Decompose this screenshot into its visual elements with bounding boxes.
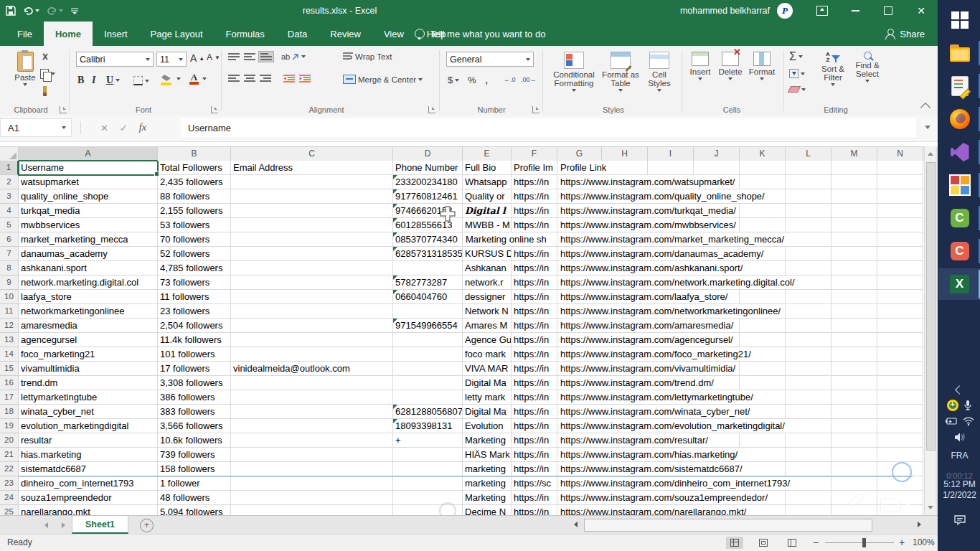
next-sheet-arrow[interactable] (62, 522, 65, 528)
autosum-button[interactable]: Σ (789, 52, 803, 62)
cell-F5[interactable]: https://in (512, 218, 557, 232)
cell-M19[interactable] (831, 419, 877, 433)
cell-F15[interactable]: https://in (512, 362, 557, 376)
cell-D11[interactable] (393, 304, 463, 319)
cell-E22[interactable]: marketing (463, 462, 512, 476)
cell-B24[interactable]: 48 followers (158, 491, 231, 505)
cell-B9[interactable]: 73 followers (158, 276, 231, 290)
cell-D23[interactable] (393, 476, 463, 491)
cell-G5-overflow[interactable]: https://www.instagram.com/mwbbservices/ (558, 218, 738, 232)
cell-D15[interactable] (393, 362, 463, 376)
alignment-dialog-launcher[interactable] (428, 106, 435, 113)
cell-L3[interactable] (786, 189, 831, 204)
cell-M15[interactable] (831, 362, 877, 376)
cell-N18[interactable] (877, 405, 923, 419)
decrease-indent-button[interactable] (283, 75, 295, 83)
cell-H1[interactable] (602, 161, 648, 175)
cell-E9[interactable]: network.r (463, 276, 512, 290)
row-header-10[interactable]: 10 (0, 290, 19, 304)
cell-N6[interactable] (877, 232, 923, 247)
cell-M18[interactable] (831, 405, 877, 419)
cell-D13[interactable] (393, 333, 463, 347)
format-painter-button[interactable] (40, 86, 47, 93)
cell-C17[interactable] (231, 390, 393, 405)
battery-icon[interactable] (945, 417, 958, 425)
cell-D2[interactable]: 233200234180 (393, 175, 463, 189)
orientation-button[interactable]: ab (281, 52, 306, 61)
cell-D6[interactable]: 085370774340 (393, 232, 463, 247)
cell-B22[interactable]: 158 followers (158, 462, 231, 476)
insert-cells-button[interactable]: Insert (686, 52, 715, 80)
cell-K8[interactable] (740, 261, 786, 276)
cell-C3[interactable] (231, 189, 393, 204)
middle-align-button[interactable] (244, 53, 255, 60)
cell-C16[interactable] (231, 376, 393, 390)
cell-C14[interactable] (231, 347, 393, 362)
cell-B11[interactable]: 23 followers (158, 304, 231, 319)
ribbon-display-options-button[interactable] (806, 0, 839, 22)
enter-check-icon[interactable]: ✓ (120, 123, 128, 133)
vertical-scrollbar[interactable] (924, 146, 936, 515)
cell-K21[interactable] (740, 448, 786, 462)
cell-K4[interactable] (740, 204, 786, 218)
cell-F8[interactable]: https://in (512, 261, 557, 276)
zoom-out-button[interactable]: − (813, 537, 819, 548)
cell-G17-overflow[interactable]: https://www.instagram.com/lettymarketing… (558, 390, 755, 404)
delete-cells-button[interactable]: Delete (716, 52, 745, 80)
cell-B1[interactable]: Total Followers (158, 161, 231, 175)
cell-F24[interactable]: https://in (512, 491, 557, 505)
column-header-M[interactable]: M (831, 147, 877, 161)
cell-B10[interactable]: 11 followers (158, 290, 231, 304)
vertical-scroll-thumb[interactable] (926, 162, 936, 451)
cell-G12-overflow[interactable]: https://www.instagram.com/amaresmedia/ (558, 319, 735, 332)
sheet-tab-sheet1[interactable]: Sheet1 (72, 516, 128, 534)
cell-B5[interactable]: 53 followers (158, 218, 231, 232)
cell-L21[interactable] (786, 448, 831, 462)
tab-view[interactable]: View (372, 22, 415, 46)
cell-G1-overflow[interactable]: Profile Link (558, 161, 608, 174)
cell-E15[interactable]: VIVA MAR (463, 362, 512, 376)
cell-N17[interactable] (877, 390, 923, 405)
fill-color-button[interactable] (161, 75, 171, 85)
row-header-5[interactable]: 5 (0, 218, 19, 232)
taskbar-button-document-editor[interactable] (938, 70, 980, 102)
cell-K20[interactable] (740, 433, 786, 448)
cell-A10[interactable]: laafya_store (19, 290, 158, 304)
cell-B12[interactable]: 2,504 followers (158, 319, 231, 333)
cell-N15[interactable] (877, 362, 923, 376)
cell-L15[interactable] (786, 362, 831, 376)
tab-review[interactable]: Review (319, 22, 372, 46)
font-color-button[interactable]: A (189, 73, 199, 85)
row-header-16[interactable]: 16 (0, 376, 19, 390)
cell-G6-overflow[interactable]: https://www.instagram.com/market_marketi… (558, 232, 786, 246)
cell-D19[interactable]: 18093398131 (393, 419, 463, 433)
cell-K15[interactable] (740, 362, 786, 376)
cell-E7[interactable]: KURSUS D (463, 247, 512, 261)
download-manager-tray-icon[interactable] (947, 400, 958, 411)
cell-L19[interactable] (786, 419, 831, 433)
taskbar-button-file-explorer[interactable] (938, 37, 980, 69)
cell-C11[interactable] (231, 304, 393, 319)
cell-D12[interactable]: 971549966554 (393, 319, 463, 333)
cell-G7-overflow[interactable]: https://www.instagram.com/danaumas_acade… (558, 247, 765, 260)
language-indicator[interactable]: FRA (938, 451, 980, 461)
cell-C20[interactable] (231, 433, 393, 448)
cell-L24[interactable] (786, 491, 831, 505)
taskbar-button-firefox[interactable] (938, 103, 980, 135)
cancel-icon[interactable]: ✕ (100, 123, 108, 133)
increase-decimal-button[interactable]: ←.0 (504, 76, 516, 83)
cell-B4[interactable]: 2,155 followers (158, 204, 231, 218)
cell-L17[interactable] (786, 390, 831, 405)
row-header-25[interactable]: 25 (0, 505, 19, 515)
row-header-8[interactable]: 8 (0, 261, 19, 276)
cell-D14[interactable] (393, 347, 463, 362)
cell-D16[interactable] (393, 376, 463, 390)
cell-M11[interactable] (831, 304, 877, 319)
taskbar-button-photo-tiles[interactable] (938, 169, 980, 201)
cell-A21[interactable]: hias.marketing (19, 448, 158, 462)
zoom-level[interactable]: 100% (913, 537, 935, 547)
cell-K16[interactable] (740, 376, 786, 390)
cell-C25[interactable] (231, 505, 393, 515)
formula-bar-input[interactable]: Username (181, 118, 916, 137)
cell-L6[interactable] (786, 232, 831, 247)
